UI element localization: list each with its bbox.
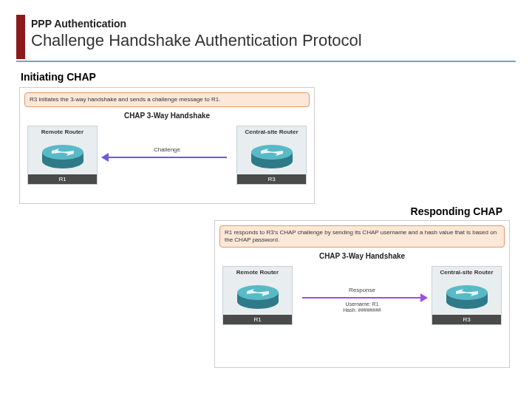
router-remote: Remote Router R1 [27,126,98,185]
arrow-head-icon [101,153,109,162]
arrow-response: Response Username: R1 Hash: ######## [296,263,428,331]
arrow-label: Response [296,287,428,293]
router-caption: Remote Router [223,269,292,278]
router-name: R3 [237,174,306,184]
diagram-note: R3 initiates the 3-way handshake and sen… [24,92,310,107]
router-name: R1 [28,174,97,184]
diagram-title: CHAP 3-Way Handshake [20,112,314,120]
diagram-title: CHAP 3-Way Handshake [215,252,509,260]
router-icon [28,137,97,173]
title-underline [16,61,516,62]
arrow-line [107,157,227,158]
router-central: Central-site Router R3 [236,126,307,185]
router-central: Central-site Router R3 [432,266,502,325]
diagram-panel-initiating: R3 initiates the 3-way handshake and sen… [19,87,315,204]
arrow-sublabel: Username: R1 Hash: ######## [296,301,428,314]
slide-subtitle: PPP Authentication [31,18,362,30]
slide-title: Challenge Handshake Authentication Proto… [31,31,362,50]
diagram-panel-responding: R1 responds to R3's CHAP challenge by se… [214,220,510,368]
router-caption: Remote Router [28,129,97,137]
accent-block [16,15,25,59]
diagram-row: Remote Router R1 Challenge Central-site … [20,123,314,191]
router-caption: Central-site Router [237,129,306,137]
router-icon [223,278,292,313]
slide-header: PPP Authentication Challenge Handshake A… [31,18,362,50]
router-name: R1 [223,315,292,324]
router-name: R3 [432,315,501,324]
router-caption: Central-site Router [432,269,501,278]
router-icon [237,137,306,173]
section-label-responding: Responding CHAP [411,205,502,217]
router-remote: Remote Router R1 [222,266,293,325]
section-label-initiating: Initiating CHAP [21,71,96,83]
diagram-note: R1 responds to R3's CHAP challenge by se… [219,225,505,248]
router-icon [432,278,501,313]
arrow-label: Challenge [101,146,233,153]
arrow-challenge: Challenge [101,123,233,191]
arrow-line [302,297,422,299]
diagram-row: Remote Router R1 Response Username: R1 H… [215,263,509,331]
